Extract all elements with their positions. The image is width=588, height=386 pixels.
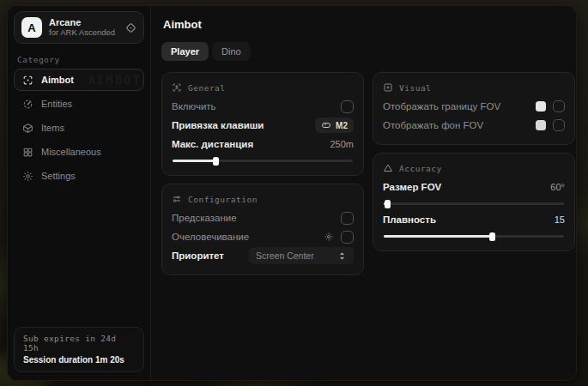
sidebar-item-label: Settings (41, 171, 76, 181)
max-distance-slider[interactable] (173, 160, 353, 162)
grid-icon (22, 147, 33, 158)
sidebar-item-label: Miscellaneous (41, 147, 101, 157)
app-title-block: Arcane for ARK Ascended (49, 17, 115, 38)
sidebar-item-entities[interactable]: Entities (14, 93, 144, 115)
app-subtitle: for ARK Ascended (49, 28, 115, 38)
fov-size-slider[interactable] (384, 202, 564, 205)
gear-icon[interactable] (324, 232, 334, 242)
card-header-label: Accuracy (399, 164, 442, 173)
slider-fill (173, 160, 215, 162)
package-icon (22, 123, 33, 134)
sidebar-item-label: Aimbot (41, 75, 74, 85)
fov-size-label: Размер FOV (383, 182, 441, 192)
fov-size-row: Размер FOV 60° (383, 178, 565, 196)
smoothness-value: 15 (555, 214, 565, 225)
crosshair-icon (22, 75, 33, 86)
sidebar-item-label: Entities (41, 99, 72, 109)
card-header-label: Visual (399, 83, 431, 93)
configuration-card-header: Configuration (172, 194, 354, 204)
tab-player[interactable]: Player (161, 42, 209, 61)
fov-border-checkbox[interactable] (553, 100, 565, 112)
keybind-label: Привязка клавиши (172, 120, 264, 130)
left-column: General Включить Привязка клавиши (161, 72, 364, 275)
priority-row: Приоритет Screen Center (172, 246, 354, 265)
right-column: Visual Отображать границу FOV Отображать… (373, 72, 575, 251)
page-title: Aimbot (163, 18, 575, 31)
tab-bar: Player Dino (161, 42, 575, 61)
keybind-row: Привязка клавиши M2 (172, 116, 354, 135)
sub-expires-text: Sub expires in 24d 15h (23, 334, 135, 353)
keybind-value: M2 (336, 121, 348, 130)
radar-icon (22, 99, 33, 110)
fov-background-row: Отображать фон FOV (383, 116, 565, 135)
app-name: Arcane (49, 17, 115, 28)
humanization-controls (324, 231, 354, 244)
app-logo-card: A Arcane for ARK Ascended (14, 11, 144, 44)
user-target-icon (172, 82, 182, 93)
slider-fill (384, 235, 492, 238)
visual-card: Visual Отображать границу FOV Отображать… (373, 72, 575, 145)
sidebar-item-label: Items (41, 123, 64, 133)
card-header-label: Configuration (188, 195, 258, 204)
enable-row: Включить (172, 97, 354, 116)
humanization-label: Очеловечивание (172, 232, 249, 242)
priority-label: Приоритет (172, 250, 224, 261)
fov-background-color-swatch[interactable] (536, 120, 546, 130)
general-card-header: General (172, 82, 354, 93)
category-label: Category (17, 55, 141, 64)
sidebar-item-miscellaneous[interactable]: Miscellaneous (14, 141, 144, 163)
game-background: A Arcane for ARK Ascended Category Aimbo… (0, 0, 588, 386)
aimbot-watermark: AIMBOT (88, 73, 142, 87)
fov-border-color-swatch[interactable] (536, 101, 546, 112)
target-icon[interactable] (125, 22, 136, 33)
enable-label: Включить (172, 101, 216, 112)
fov-background-checkbox[interactable] (553, 119, 565, 131)
keybind-button[interactable]: M2 (315, 118, 354, 133)
tab-dino[interactable]: Dino (212, 42, 251, 61)
sliders-icon (172, 194, 182, 204)
fov-size-value: 60° (550, 182, 565, 192)
max-distance-label: Макс. дистанция (172, 139, 253, 149)
humanization-row: Очеловечивание (172, 227, 354, 246)
subscription-status-card: Sub expires in 24d 15h Session duration … (14, 327, 144, 372)
card-header-label: General (188, 83, 226, 93)
visual-card-header: Visual (383, 82, 565, 93)
smoothness-label: Плавность (383, 214, 436, 225)
gear-icon (22, 171, 33, 182)
accuracy-card-header: Accuracy (383, 163, 565, 173)
mouse-icon (321, 120, 331, 130)
sidebar-item-items[interactable]: Items (14, 117, 144, 139)
enable-checkbox[interactable] (341, 100, 354, 113)
max-distance-row: Макс. дистанция 250m (172, 135, 354, 154)
fov-border-controls (536, 100, 565, 112)
priority-value: Screen Center (256, 250, 314, 261)
triangle-icon (383, 163, 393, 173)
smoothness-row: Плавность 15 (383, 210, 565, 229)
app-logo: A (21, 17, 42, 38)
cheat-menu-window: A Arcane for ARK Ascended Category Aimbo… (7, 5, 577, 381)
accuracy-card: Accuracy Размер FOV 60° Плавность 15 (373, 153, 575, 251)
fov-border-row: Отображать границу FOV (383, 97, 565, 116)
slider-thumb[interactable] (213, 157, 219, 166)
session-duration-text: Session duration 1m 20s (23, 355, 135, 365)
smoothness-slider[interactable] (384, 235, 564, 238)
max-distance-value: 250m (330, 139, 354, 149)
sidebar-item-aimbot[interactable]: Aimbot AIMBOT (14, 69, 144, 91)
slider-thumb[interactable] (489, 232, 495, 241)
prediction-row: Предсказание (172, 208, 354, 227)
priority-dropdown[interactable]: Screen Center (249, 247, 354, 264)
humanization-checkbox[interactable] (341, 231, 354, 244)
fov-background-controls (536, 119, 565, 131)
general-card: General Включить Привязка клавиши (161, 72, 364, 176)
chevron-up-down-icon (337, 251, 347, 261)
prediction-label: Предсказание (172, 213, 237, 223)
slider-thumb[interactable] (385, 200, 391, 208)
sidebar-nav: Aimbot AIMBOT Entities Items (14, 69, 144, 189)
configuration-card: Configuration Предсказание Очеловечивани… (161, 184, 364, 275)
fov-background-label: Отображать фон FOV (383, 120, 483, 130)
prediction-checkbox[interactable] (341, 212, 354, 225)
main-content: Aimbot Player Dino General (151, 6, 577, 380)
fov-border-label: Отображать границу FOV (383, 101, 500, 112)
sidebar-item-settings[interactable]: Settings (14, 165, 144, 187)
sidebar: A Arcane for ARK Ascended Category Aimbo… (8, 6, 151, 380)
